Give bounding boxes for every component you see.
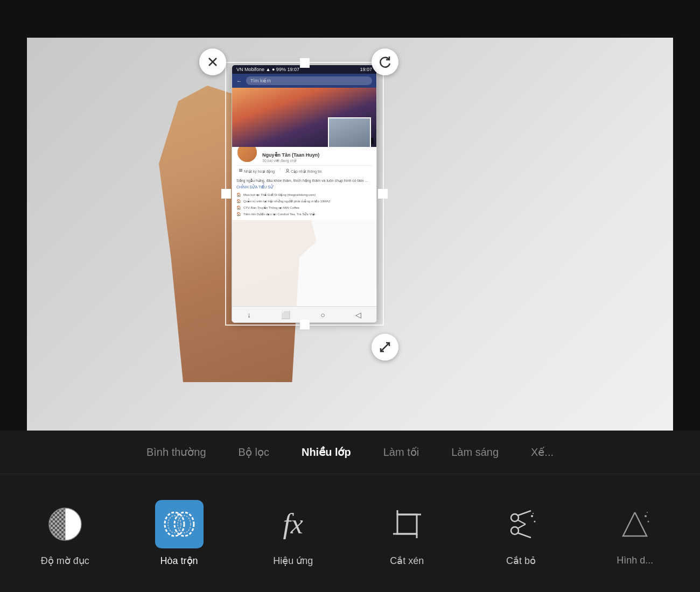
svg-line-6 — [381, 343, 389, 351]
svg-point-33 — [534, 520, 535, 522]
cutout-icon — [505, 508, 537, 540]
tab-nhieu-lop[interactable]: Nhiều lớp — [302, 441, 351, 463]
blend-icon-wrap — [155, 500, 204, 548]
cutout-label: Cắt bỏ — [506, 555, 536, 567]
svg-point-36 — [648, 521, 649, 523]
fx-label: Hiệu ứng — [273, 555, 313, 567]
mode-tabs-bar: Bình thường Bộ lọc Nhiều lớp Làm tối Làm… — [0, 431, 700, 474]
canvas-area: VN Mobifone ▲ ● 99% 19:07 19:07 ← Tìm ki… — [27, 38, 673, 431]
selection-box — [225, 62, 384, 326]
blur-icon — [46, 505, 84, 543]
svg-line-30 — [517, 520, 526, 524]
blend-icon — [160, 505, 198, 543]
svg-line-31 — [517, 524, 526, 528]
cutout-icon-wrap — [497, 500, 545, 548]
crop-icon-wrap — [383, 500, 431, 548]
close-button[interactable] — [199, 48, 226, 75]
svg-point-32 — [531, 515, 533, 517]
tab-lam-sang[interactable]: Làm sáng — [451, 442, 499, 463]
tool-crop[interactable]: Cắt xén — [353, 489, 461, 577]
blur-label: Độ mờ đục — [41, 555, 89, 567]
tool-fx[interactable]: fx Hiệu ứng — [239, 489, 347, 577]
handle-bottom-center[interactable] — [300, 320, 310, 329]
blend-label: Hòa trộn — [160, 555, 198, 567]
shape-label: Hình d... — [617, 555, 653, 566]
tool-blend[interactable]: Hòa trộn — [125, 489, 234, 577]
resize-button[interactable] — [372, 334, 398, 361]
tab-xe[interactable]: Xế... — [531, 441, 554, 463]
tab-lam-toi[interactable]: Làm tối — [383, 441, 419, 463]
svg-line-28 — [517, 511, 531, 516]
svg-line-29 — [517, 533, 531, 538]
shape-icon-wrap — [611, 500, 659, 548]
shape-icon — [619, 508, 651, 540]
svg-rect-21 — [397, 515, 417, 534]
blur-icon-wrap — [41, 500, 89, 548]
svg-point-34 — [533, 513, 534, 514]
top-bar — [0, 0, 700, 38]
tool-shape[interactable]: Hình d... — [580, 489, 689, 577]
handle-middle-left[interactable] — [221, 189, 231, 199]
tools-bar: Độ mờ đục Hòa trộn fx Hiệu ứng — [0, 474, 700, 592]
handle-top-center[interactable] — [300, 58, 310, 68]
svg-point-19 — [168, 516, 181, 533]
svg-point-35 — [645, 515, 647, 517]
tool-blur[interactable]: Độ mờ đục — [11, 489, 120, 577]
tool-cutout[interactable]: Cắt bỏ — [467, 489, 576, 577]
fx-icon: fx — [283, 508, 303, 540]
svg-point-37 — [647, 512, 648, 513]
crop-label: Cắt xén — [390, 555, 424, 567]
tab-bo-loc[interactable]: Bộ lọc — [239, 441, 269, 463]
handle-middle-right[interactable] — [378, 189, 388, 199]
fx-icon-wrap: fx — [269, 500, 317, 548]
crop-icon — [391, 508, 423, 540]
tab-binh-thuong[interactable]: Bình thường — [146, 441, 206, 463]
rotate-button[interactable] — [372, 48, 398, 75]
